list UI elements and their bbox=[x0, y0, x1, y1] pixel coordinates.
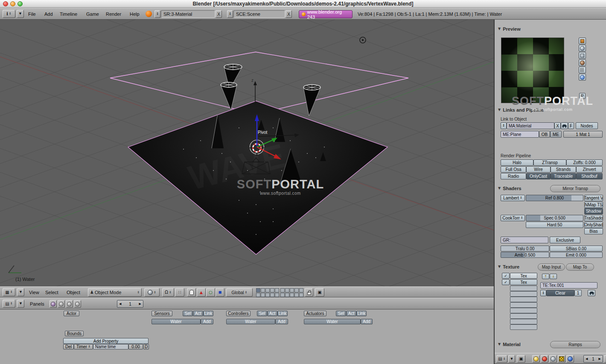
texture-channel-empty[interactable] bbox=[510, 313, 537, 319]
texture-channel-1[interactable]: Tex bbox=[510, 273, 537, 279]
preview-sphere-button[interactable] bbox=[579, 45, 586, 52]
sbias-number-field[interactable]: SBias 0.00 bbox=[550, 246, 603, 251]
texture-panel-header[interactable]: ▼ Texture bbox=[498, 264, 519, 269]
controllers-sel-toggle[interactable]: Sel bbox=[257, 311, 267, 316]
preview-cube-button[interactable] bbox=[579, 52, 586, 59]
menu-add[interactable]: Add bbox=[44, 12, 53, 17]
specular-shader-dropdown[interactable]: CookTorr ↕ bbox=[501, 215, 525, 221]
links-panel-header[interactable]: ▼ Links and Pipeline bbox=[498, 107, 544, 113]
clipped-header-button[interactable] bbox=[604, 355, 606, 363]
sensors-add-button[interactable]: Add bbox=[201, 319, 213, 324]
group-field[interactable]: GR: bbox=[501, 237, 548, 243]
actuators-object-row[interactable]: Water bbox=[304, 319, 361, 324]
cone-object-3[interactable] bbox=[303, 85, 320, 116]
property-type-dropdown[interactable]: Timer ↕ bbox=[74, 344, 93, 350]
controllers-menu-button[interactable]: Controllers bbox=[226, 311, 251, 316]
diffuse-shader-dropdown[interactable]: Lambert ↕ bbox=[501, 195, 525, 201]
3d-viewport[interactable]: WAVE bbox=[0, 20, 494, 286]
texture-users-count[interactable]: 1 bbox=[574, 290, 582, 296]
header-collapse-button[interactable]: ▼ bbox=[17, 288, 24, 296]
trashado-toggle[interactable]: TraShado bbox=[584, 215, 603, 221]
lamp-object[interactable] bbox=[360, 37, 366, 43]
bounds-button[interactable]: Bounds bbox=[65, 331, 84, 336]
controllers-object-row[interactable]: Water bbox=[226, 319, 275, 324]
halo-toggle[interactable]: Halo bbox=[501, 159, 533, 166]
orientation-dropdown[interactable]: Global ↕ bbox=[226, 288, 253, 297]
texture-auto-name-button[interactable] bbox=[588, 290, 595, 296]
exclusive-toggle[interactable]: Exclusive bbox=[550, 237, 580, 243]
nodes-button[interactable]: Nodes bbox=[576, 122, 598, 129]
mesh-name-field[interactable]: ME:Plane bbox=[501, 131, 539, 138]
shadow-toggle[interactable]: Shadow bbox=[584, 208, 603, 214]
sensors-object-row[interactable]: Water bbox=[152, 319, 201, 324]
full-osa-toggle[interactable]: Full Osa bbox=[501, 166, 526, 173]
actuators-act-toggle[interactable]: Act bbox=[346, 311, 356, 316]
property-delete-button[interactable]: Del bbox=[63, 344, 74, 350]
logic-context-button[interactable] bbox=[50, 300, 57, 308]
controllers-link-toggle[interactable]: Link bbox=[277, 311, 288, 316]
onlyshad-toggle[interactable]: OnlyShad bbox=[584, 222, 603, 228]
material-index-button[interactable]: 1 Mat 1 bbox=[563, 131, 603, 138]
texture-copy-button[interactable]: ↑ bbox=[542, 274, 549, 279]
zoffs-number-field[interactable]: Zoffs: 0.000 bbox=[566, 159, 603, 166]
map-to-tab[interactable]: Map To bbox=[566, 263, 594, 271]
actuators-menu-button[interactable]: Actuators bbox=[304, 311, 326, 316]
ob-toggle[interactable]: OB bbox=[539, 131, 550, 138]
texture-channel-empty[interactable] bbox=[510, 286, 537, 291]
header-collapse-button[interactable]: ▼ bbox=[17, 300, 24, 308]
texture-channel-1-checkbox[interactable]: ✓ bbox=[502, 273, 510, 279]
actuators-add-button[interactable]: Add bbox=[361, 319, 373, 324]
zinvert-toggle[interactable]: ZInvert bbox=[576, 166, 603, 173]
window-type-button[interactable]: ▤ ↕ bbox=[3, 300, 15, 308]
tralu-slider[interactable]: Tralu 0.00 bbox=[501, 246, 549, 251]
window-type-button[interactable]: i ↕ bbox=[3, 10, 15, 18]
increment-icon[interactable]: ▶ bbox=[599, 358, 601, 361]
increment-icon[interactable]: ▶ bbox=[139, 303, 141, 306]
tangent-v-toggle[interactable]: Tangent V bbox=[584, 195, 603, 201]
manipulator-toggle-button[interactable] bbox=[187, 288, 196, 297]
menu-help[interactable]: Help bbox=[130, 12, 140, 17]
header-collapse-button[interactable]: ▼ bbox=[508, 355, 515, 363]
decrement-icon[interactable]: ◀ bbox=[586, 358, 588, 361]
texture-channel-empty[interactable] bbox=[510, 297, 537, 302]
texture-channel-empty[interactable] bbox=[510, 308, 537, 313]
onlycast-toggle[interactable]: OnlyCast bbox=[526, 173, 551, 179]
controllers-act-toggle[interactable]: Act bbox=[267, 311, 277, 316]
decrement-icon[interactable]: ◀ bbox=[119, 303, 121, 306]
screen-browse-button[interactable]: ↕ bbox=[154, 10, 160, 18]
ramps-tab[interactable]: Ramps bbox=[550, 341, 600, 348]
radio-toggle[interactable]: Radio bbox=[501, 173, 526, 179]
menu-file[interactable]: File bbox=[28, 12, 36, 17]
pivot-dropdown[interactable]: Ω ↕ bbox=[162, 288, 174, 297]
material-panel-header[interactable]: ▼ Material bbox=[498, 342, 521, 347]
mirror-transp-tab[interactable]: Mirror Transp bbox=[550, 185, 600, 192]
material-name-field[interactable]: MA:Material bbox=[507, 122, 554, 129]
preview-sky-button[interactable] bbox=[579, 74, 586, 81]
texture-channel-empty[interactable] bbox=[510, 324, 537, 330]
menu-object[interactable]: Object bbox=[67, 290, 80, 295]
preview-monkey-button[interactable] bbox=[579, 59, 586, 66]
fake-user-button[interactable]: F bbox=[568, 122, 574, 129]
auto-name-button[interactable] bbox=[561, 122, 568, 129]
menu-panels[interactable]: Panels bbox=[30, 301, 44, 306]
sensors-sel-toggle[interactable]: Sel bbox=[183, 311, 193, 316]
rotate-manipulator-button[interactable]: ○ bbox=[206, 288, 215, 297]
draw-type-dropdown[interactable]: ↕ bbox=[144, 288, 160, 297]
render-preview-button[interactable]: ▣ bbox=[315, 288, 324, 297]
hard-number-field[interactable]: Hard:50 bbox=[526, 222, 583, 228]
sensors-link-toggle[interactable]: Link bbox=[203, 311, 213, 316]
menu-game[interactable]: Game bbox=[86, 12, 99, 17]
menu-view[interactable]: View bbox=[29, 290, 39, 295]
sensors-menu-button[interactable]: Sensors bbox=[152, 311, 172, 316]
panel-align-button[interactable]: ▣ bbox=[517, 355, 525, 363]
preview-flat-button[interactable] bbox=[579, 38, 586, 44]
shaders-panel-header[interactable]: ▼ Shaders bbox=[498, 186, 522, 191]
texture-channel-empty[interactable] bbox=[510, 302, 537, 308]
shading-context-button[interactable] bbox=[66, 300, 73, 308]
material-delete-button[interactable]: X bbox=[554, 122, 561, 129]
preview-panel-header[interactable]: ▼ Preview bbox=[498, 26, 521, 32]
layer-buttons-group-2[interactable] bbox=[280, 288, 303, 297]
property-value-field[interactable]: 0.00 bbox=[128, 344, 143, 350]
layer-1[interactable] bbox=[256, 288, 260, 292]
traceable-toggle[interactable]: Traceable bbox=[551, 173, 576, 179]
